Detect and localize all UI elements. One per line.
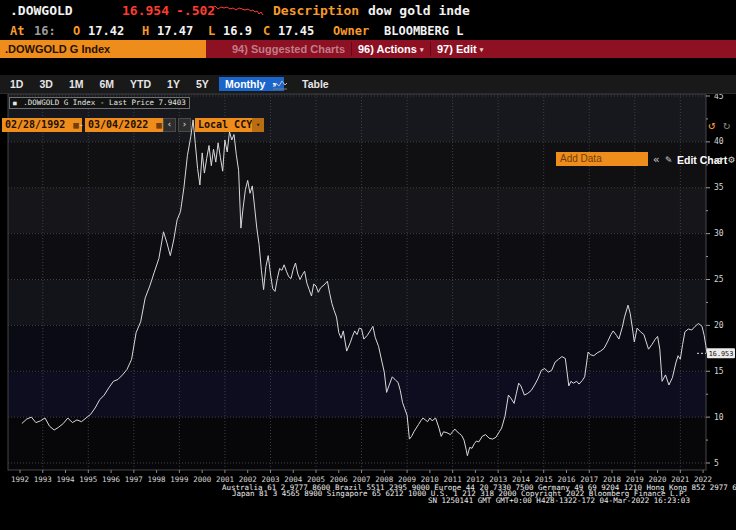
x-tick-label: 1997 [125,475,143,484]
menu-edit[interactable]: 97) Edit ▾ [437,40,483,59]
owner-value: BLOOMBERG L [384,22,463,40]
end-date-value: 03/04/2022 [88,119,148,130]
table-button[interactable]: Table [294,75,337,94]
legend-label: .DOWGOLD G Index - Last Price 7.9403 [23,98,186,107]
add-data-input[interactable]: Add Data [556,152,648,166]
x-tick-label: 1996 [102,475,121,484]
menu-divider [430,42,431,56]
description-label: Description [273,0,359,22]
ohlc-row: At 16: O 17.42 H 17.47 L 16.9 C 17.45 Ow… [0,22,736,40]
price-change: -.502 [176,0,215,22]
range-forward-button[interactable]: › [178,118,191,132]
description-value: dow gold inde [368,0,470,22]
low-label: L [208,22,215,40]
last-price: 16.954 [122,0,169,22]
high-label: H [142,22,149,40]
y-tick-label: 35 [714,183,724,192]
pencil-icon[interactable]: ✎ [665,151,672,169]
menu-divider [351,42,352,56]
intraday-sparkline [212,2,268,19]
at-time: 16: [34,22,56,40]
close-label: C [263,22,270,40]
chart-settings-gear-icon[interactable]: ⚙ [728,151,735,169]
calendar-icon: ▦ [156,120,161,130]
frequency-label: Monthly [225,78,265,90]
period-button-1d[interactable]: 1D [2,75,31,94]
y-tick-label: 30 [714,229,724,238]
period-button-ytd[interactable]: YTD [122,75,159,94]
currency-select[interactable]: Local CCY [195,118,255,132]
redo-icon[interactable]: ↻ [723,117,730,133]
x-axis: 1992199319941995199619971998199920002001… [11,470,712,484]
y-tick-label: 15 [714,367,724,376]
x-tick-label: 1994 [57,475,76,484]
end-date-field[interactable]: 03/04/2022 ▦ [85,118,165,132]
open-value: 17.42 [88,22,124,40]
y-tick-label: 40 [714,137,724,146]
at-label: At [10,22,24,40]
menu-actions-label: 96) Actions [358,43,417,55]
plot-bands [8,94,706,470]
period-button-3d[interactable]: 3D [31,75,60,94]
period-button-1y[interactable]: 1Y [159,75,188,94]
sparkline-path [212,6,263,15]
x-tick-label: 1993 [34,475,52,484]
x-tick-label: 1999 [170,475,188,484]
line-chart-type-icon[interactable] [272,79,288,90]
y-tick-label: 20 [714,321,724,330]
range-back-button[interactable]: ‹ [163,118,176,132]
low-value: 16.9 [223,22,252,40]
period-buttons: 1D3D1M6MYTD1Y5YMax [2,75,253,94]
chart-toolbar: 1D3D1M6MYTD1Y5YMax Monthly ▼ Table Add D… [0,75,736,94]
chart-legend[interactable]: ■ .DOWGOLD G Index - Last Price 7.9403 [9,97,190,109]
y-axis: 51015202530354045 [706,92,724,468]
caret-down-icon: ▾ [420,46,424,53]
range-separator: - [78,118,84,132]
caret-down-icon: ▾ [480,46,484,53]
series-swatch-icon: ■ [13,99,17,106]
ticker-symbol: .DOWGOLD [10,0,73,22]
close-value: 17.45 [278,22,314,40]
high-value: 17.47 [157,22,193,40]
y-tick-label: 5 [714,459,719,468]
menu-suggested-charts[interactable]: 94) Suggested Charts [232,40,345,58]
swap-axes-icon[interactable]: ⇄ [716,151,723,169]
x-tick-label: 1998 [148,475,167,484]
period-button-1m[interactable]: 1M [61,75,92,94]
period-button-6m[interactable]: 6M [91,75,122,94]
quote-row: .DOWGOLD 16.954 -.502 Description dow go… [0,0,736,22]
start-date-value: 02/28/1992 [5,119,65,130]
collapse-panel-icon[interactable]: « [653,151,660,169]
range-row: 02/28/1992 ▦ - 03/04/2022 ▦ ‹ › Local CC… [0,58,736,75]
bloomberg-terminal-window: 5101520253035404519921993199419951996199… [0,0,736,530]
security-field[interactable]: .DOWGOLD G Index [0,40,206,58]
menu-actions[interactable]: 96) Actions ▾ [358,40,423,59]
start-date-field[interactable]: 02/28/1992 ▦ [2,118,82,132]
footer-terminal-info: SN 1250141 GMT GMT+0:00 H428-1322-172 04… [428,497,690,504]
owner-label: Owner [333,22,369,40]
menu-edit-label: 97) Edit [437,43,477,55]
y-tick-label: 10 [714,413,724,422]
open-label: O [73,22,80,40]
undo-icon[interactable]: ↺ [708,117,715,133]
x-tick-label: 1995 [79,475,97,484]
x-tick-label: 2000 [193,475,212,484]
y-tick-label: 25 [714,275,724,284]
period-button-5y[interactable]: 5Y [188,75,217,94]
last-price-tag-label: 16.953 [709,350,734,358]
x-tick-label: 1992 [11,475,29,484]
title-bar: .DOWGOLD G Index 94) Suggested Charts 96… [0,40,736,58]
currency-caret-icon[interactable]: ▾ [252,118,264,132]
